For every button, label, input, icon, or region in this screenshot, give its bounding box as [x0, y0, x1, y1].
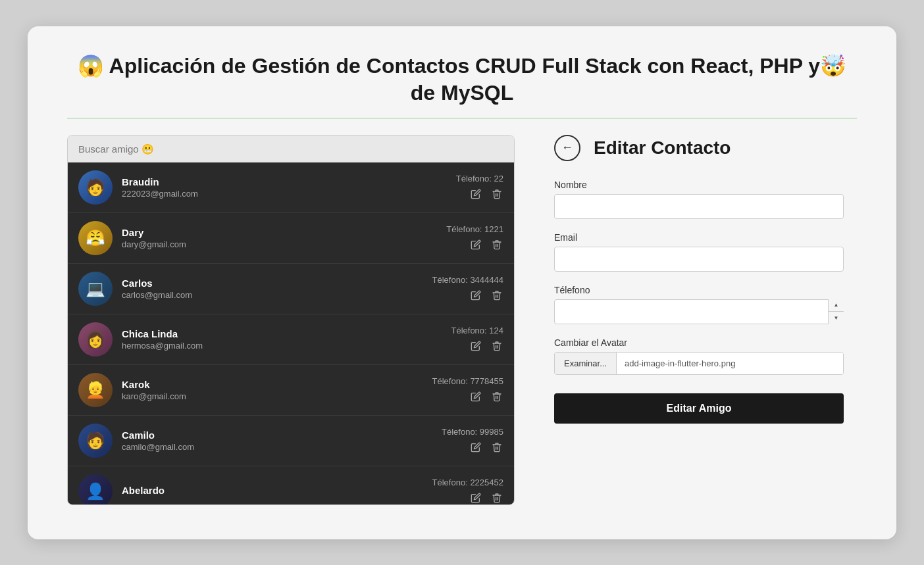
- contact-name: Karok: [122, 379, 423, 390]
- telefono-group: Télefono ▲ ▼: [554, 285, 844, 324]
- telefono-spinners: ▲ ▼: [828, 299, 844, 324]
- contact-email: dary@gmail.com: [122, 239, 437, 249]
- contact-info: Abelardo: [122, 485, 423, 497]
- contact-item[interactable]: 🧑 Camilo camilo@gmail.com Télefono: 9998…: [68, 416, 514, 466]
- edit-icon: [471, 341, 481, 351]
- contact-right: Télefono: 124: [451, 326, 503, 353]
- contact-item[interactable]: 🧑 Braudin 222023@gmail.com Télefono: 22: [68, 162, 514, 213]
- avatar: 💻: [78, 272, 113, 306]
- edit-icon: [471, 239, 481, 250]
- contact-phone: Télefono: 7778455: [432, 376, 503, 386]
- contact-name: Camilo: [122, 430, 432, 441]
- contact-email: hermosa@gmail.com: [122, 341, 442, 351]
- contact-item[interactable]: 💻 Carlos carlos@gmail.com Télefono: 3444…: [68, 264, 514, 314]
- file-name-display: add-image-in-flutter-hero.png: [617, 353, 843, 374]
- delete-contact-button[interactable]: [490, 491, 503, 504]
- edit-icon: [471, 290, 481, 301]
- browse-button[interactable]: Examinar...: [555, 353, 617, 374]
- trash-icon: [492, 341, 502, 351]
- contact-right: Télefono: 22: [456, 174, 503, 201]
- contact-item[interactable]: 👤 Abelardo Télefono: 2225452: [68, 466, 514, 504]
- edit-icon: [471, 493, 481, 503]
- trash-icon: [492, 493, 502, 503]
- edit-panel: ← Editar Contacto Nombre Email Télefono: [541, 135, 857, 505]
- contact-email: karo@gmail.com: [122, 391, 423, 401]
- edit-icon: [471, 442, 481, 453]
- avatar-image: 👩: [78, 322, 113, 356]
- delete-contact-button[interactable]: [490, 289, 503, 302]
- avatar: 👩: [78, 322, 113, 356]
- contact-right: Télefono: 3444444: [432, 275, 503, 302]
- contact-name: Carlos: [122, 278, 423, 289]
- contact-actions: [469, 491, 503, 504]
- edit-contact-button[interactable]: [469, 187, 482, 201]
- contact-phone: Télefono: 1221: [446, 224, 503, 234]
- delete-contact-button[interactable]: [490, 238, 503, 251]
- contact-item[interactable]: 👱 Karok karo@gmail.com Télefono: 7778455: [68, 365, 514, 416]
- edit-title: Editar Contacto: [594, 137, 731, 159]
- back-button[interactable]: ←: [554, 135, 580, 161]
- contact-phone: Télefono: 2225452: [432, 478, 503, 487]
- delete-contact-button[interactable]: [490, 390, 503, 403]
- avatar-image: 👤: [78, 474, 113, 504]
- trash-icon: [492, 391, 502, 402]
- search-input[interactable]: [68, 135, 514, 162]
- avatar: 👤: [78, 474, 113, 504]
- email-group: Email: [554, 232, 844, 272]
- edit-header: ← Editar Contacto: [554, 135, 844, 161]
- contact-email: camilo@gmail.com: [122, 442, 432, 452]
- avatar-image: 💻: [78, 272, 113, 306]
- spinner-up-button[interactable]: ▲: [829, 299, 844, 312]
- contact-item[interactable]: 👩 Chica Linda hermosa@gmail.com Télefono…: [68, 314, 514, 365]
- avatar-label: Cambiar el Avatar: [554, 337, 844, 348]
- contact-info: Chica Linda hermosa@gmail.com: [122, 328, 442, 351]
- contact-actions: [469, 441, 503, 454]
- edit-icon: [471, 391, 481, 402]
- submit-button[interactable]: Editar Amigo: [554, 393, 844, 424]
- contact-name: Braudin: [122, 176, 447, 187]
- contact-actions: [469, 289, 503, 302]
- back-arrow-icon: ←: [561, 141, 573, 155]
- edit-icon: [471, 189, 481, 199]
- avatar-image: 👱: [78, 373, 113, 407]
- edit-contact-button[interactable]: [469, 441, 482, 454]
- contact-info: Camilo camilo@gmail.com: [122, 430, 432, 452]
- file-input-wrapper: Examinar... add-image-in-flutter-hero.pn…: [554, 352, 844, 375]
- contact-info: Carlos carlos@gmail.com: [122, 278, 423, 300]
- delete-contact-button[interactable]: [490, 187, 503, 201]
- email-input[interactable]: [554, 247, 844, 272]
- telefono-label: Télefono: [554, 285, 844, 295]
- contact-name: Dary: [122, 227, 437, 238]
- contact-name: Abelardo: [122, 485, 423, 496]
- delete-contact-button[interactable]: [490, 339, 503, 353]
- avatar: 🧑: [78, 424, 113, 458]
- edit-contact-button[interactable]: [469, 289, 482, 302]
- nombre-label: Nombre: [554, 180, 844, 190]
- delete-contact-button[interactable]: [490, 441, 503, 454]
- contact-name: Chica Linda: [122, 328, 442, 339]
- contact-email: carlos@gmail.com: [122, 290, 423, 300]
- avatar-image: 😤: [78, 221, 113, 255]
- contact-actions: [469, 238, 503, 251]
- trash-icon: [492, 239, 502, 250]
- contact-phone: Télefono: 124: [451, 326, 503, 335]
- edit-contact-button[interactable]: [469, 390, 482, 403]
- nombre-input[interactable]: [554, 194, 844, 219]
- edit-contact-button[interactable]: [469, 339, 482, 353]
- contact-item[interactable]: 😤 Dary dary@gmail.com Télefono: 1221: [68, 213, 514, 264]
- avatar-image: 🧑: [78, 170, 113, 205]
- trash-icon: [492, 290, 502, 301]
- telefono-input[interactable]: [554, 299, 844, 324]
- edit-contact-button[interactable]: [469, 491, 482, 504]
- contact-info: Dary dary@gmail.com: [122, 227, 437, 249]
- spinner-down-icon: ▼: [834, 315, 839, 321]
- contact-actions: [469, 339, 503, 353]
- contact-right: Télefono: 7778455: [432, 376, 503, 403]
- main-content: 🧑 Braudin 222023@gmail.com Télefono: 22: [67, 135, 857, 505]
- avatar: 🧑: [78, 170, 113, 205]
- spinner-down-button[interactable]: ▼: [829, 312, 844, 324]
- avatar-group: Cambiar el Avatar Examinar... add-image-…: [554, 337, 844, 375]
- contact-phone: Télefono: 3444444: [432, 275, 503, 285]
- edit-contact-button[interactable]: [469, 238, 482, 251]
- contact-actions: [469, 390, 503, 403]
